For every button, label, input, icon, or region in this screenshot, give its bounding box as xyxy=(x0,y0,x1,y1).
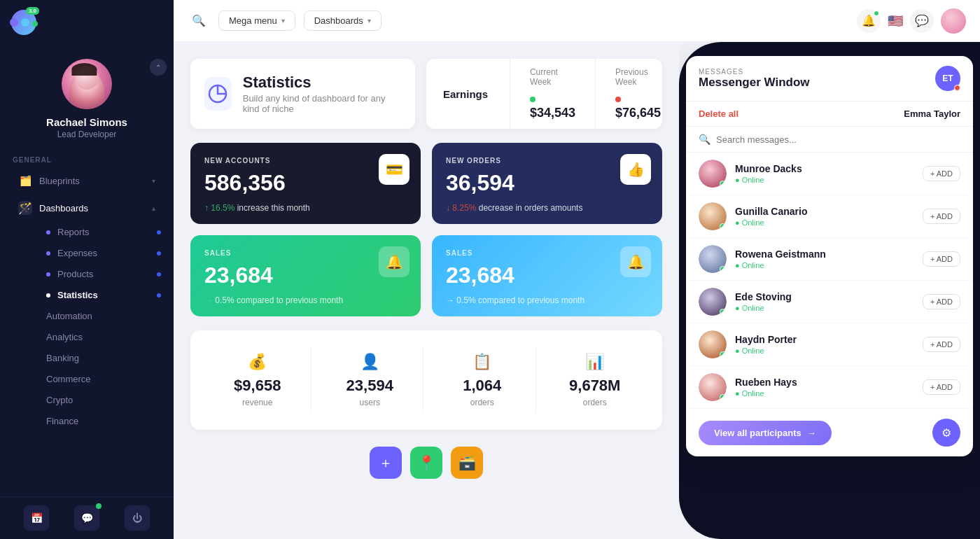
add-button[interactable]: ＋ xyxy=(370,447,402,479)
current-week-dot xyxy=(530,97,536,102)
contact-gunilla[interactable]: Gunilla Canario ● Online + ADD xyxy=(686,195,973,238)
sidebar-item-statistics[interactable]: Statistics xyxy=(39,285,168,305)
settings-button[interactable]: ⚙ xyxy=(932,419,960,447)
new-orders-trend: ↓ 8.25% xyxy=(446,203,476,213)
stat-users: 👤 23,594 users xyxy=(317,347,424,413)
current-week-value: $34,543 xyxy=(530,91,575,120)
sidebar-item-expenses[interactable]: Expenses xyxy=(39,243,168,263)
active-contact-name: Emma Taylor xyxy=(904,108,960,119)
stat-cards-grid: NEW ACCOUNTS 586,356 ↑ 16.5% increase th… xyxy=(190,143,662,316)
messenger-label: MESSAGES xyxy=(699,68,810,76)
dashboards-dropdown-arrow: ▾ xyxy=(368,17,371,24)
dashboards-dropdown[interactable]: Dashboards ▾ xyxy=(304,10,382,31)
messenger-search-input[interactable] xyxy=(716,134,960,145)
reports-label: Reports xyxy=(57,227,90,237)
messenger-window: MESSAGES Messenger Window ET Delete all … xyxy=(686,56,973,456)
contact-ede[interactable]: Ede Stoving ● Online + ADD xyxy=(686,281,973,323)
ede-info: Ede Stoving ● Online xyxy=(735,291,914,312)
rueben-online-dot xyxy=(720,394,726,400)
statistics-icon xyxy=(208,84,227,104)
view-all-arrow: → xyxy=(807,428,816,438)
messenger-actions: Delete all Emma Taylor xyxy=(686,102,973,127)
rowena-status: ● Online xyxy=(735,261,914,270)
chat-badge xyxy=(96,503,102,509)
orders-icon: 📋 xyxy=(472,353,491,371)
gunilla-add-button[interactable]: + ADD xyxy=(923,209,960,224)
contact-haydn[interactable]: Haydn Porter ● Online + ADD xyxy=(686,323,973,366)
statistics-label: Statistics xyxy=(57,290,98,300)
chat-button[interactable]: 💬 xyxy=(74,505,99,531)
messenger-title: Messenger Window xyxy=(699,76,810,90)
profile-section: ⌃ Rachael Simons Lead Developer xyxy=(0,45,174,150)
sidebar-item-automation[interactable]: Automation xyxy=(39,306,168,326)
location-button[interactable]: 📍 xyxy=(410,447,442,479)
ede-add-button[interactable]: + ADD xyxy=(923,294,960,309)
contact-munroe[interactable]: Munroe Dacks ● Online + ADD xyxy=(686,153,973,195)
main-content: 🔍 Mega menu ▾ Dashboards ▾ 🔔 🇺🇸 💬 xyxy=(174,0,980,539)
sales-green-trend-pct: 0.5% xyxy=(215,295,234,305)
stat-card-sales-blue: SALES 23,684 → 0.5% compared to previous… xyxy=(432,235,662,316)
sales-green-value: 23,684 xyxy=(204,262,407,288)
search-button[interactable]: 🔍 xyxy=(188,10,210,32)
delete-all-button[interactable]: Delete all xyxy=(699,108,738,119)
haydn-add-button[interactable]: + ADD xyxy=(923,337,960,352)
sidebar-item-finance[interactable]: Finance xyxy=(39,411,168,431)
dashboards-dropdown-label: Dashboards xyxy=(314,15,363,26)
expenses-bullet xyxy=(46,251,50,255)
new-orders-icon: 👍 xyxy=(620,154,651,185)
power-button[interactable]: ⏻ xyxy=(125,505,150,531)
munroe-add-button[interactable]: + ADD xyxy=(923,166,960,181)
new-accounts-footer: ↑ 16.5% increase this month xyxy=(204,203,407,213)
new-accounts-label: NEW ACCOUNTS xyxy=(204,157,407,164)
rowena-add-button[interactable]: + ADD xyxy=(923,251,960,267)
user-avatar[interactable] xyxy=(941,8,966,34)
rueben-add-button[interactable]: + ADD xyxy=(923,379,960,395)
rueben-name: Rueben Hays xyxy=(735,377,914,388)
contact-rowena[interactable]: Rowena Geistmann ● Online + ADD xyxy=(686,238,973,281)
topbar-icons: 🔔 🇺🇸 💬 xyxy=(857,8,966,34)
sales-blue-icon: 🔔 xyxy=(620,246,651,277)
view-all-participants-button[interactable]: View all participants → xyxy=(699,421,832,445)
analytics-label: Analytics xyxy=(46,332,83,342)
content-area: Statistics Build any kind of dashboard f… xyxy=(174,42,980,539)
language-selector[interactable]: 🇺🇸 xyxy=(888,13,903,29)
sidebar-item-products[interactable]: Products xyxy=(39,264,168,284)
page-header: Statistics Build any kind of dashboard f… xyxy=(190,59,415,129)
new-accounts-value: 586,356 xyxy=(204,170,407,196)
messenger-header-left: MESSAGES Messenger Window xyxy=(699,68,810,90)
rowena-info: Rowena Geistmann ● Online xyxy=(735,248,914,270)
sidebar-logo: 3.0 xyxy=(0,0,174,45)
revenue-label: revenue xyxy=(242,398,272,407)
mega-menu-label: Mega menu xyxy=(229,15,277,26)
sidebar-item-commerce[interactable]: Commerce xyxy=(39,369,168,389)
revenue-icon: 💰 xyxy=(248,353,267,371)
notifications-button[interactable]: 🔔 xyxy=(857,9,881,33)
sidebar-item-blueprints[interactable]: 🗂️ Blueprints ▾ xyxy=(6,167,168,194)
profile-avatar xyxy=(62,59,112,109)
users-label: users xyxy=(360,398,380,407)
sidebar-item-banking[interactable]: Banking xyxy=(39,348,168,368)
sidebar-item-crypto[interactable]: Crypto xyxy=(39,390,168,410)
page-header-text: Statistics Build any kind of dashboard f… xyxy=(243,74,401,114)
profile-name: Rachael Simons xyxy=(46,116,127,128)
rowena-avatar xyxy=(699,245,727,273)
calendar-button[interactable]: 📅 xyxy=(24,505,49,531)
sales-blue-trend: → xyxy=(446,295,454,305)
sales-blue-label: SALES xyxy=(446,249,648,257)
ede-name: Ede Stoving xyxy=(735,291,914,302)
sidebar-collapse-btn[interactable]: ⌃ xyxy=(150,59,167,76)
contact-rueben[interactable]: Rueben Hays ● Online + ADD xyxy=(686,366,973,409)
mega-menu-arrow: ▾ xyxy=(281,17,285,24)
haydn-info: Haydn Porter ● Online xyxy=(735,334,914,355)
dashboards-icon: 🪄 xyxy=(18,201,32,215)
sidebar-item-dashboards[interactable]: 🪄 Dashboards ▴ xyxy=(6,195,168,221)
table-button[interactable]: 🗃️ xyxy=(451,447,483,479)
sidebar-item-analytics[interactable]: Analytics xyxy=(39,327,168,347)
sidebar-item-reports[interactable]: Reports xyxy=(39,222,168,242)
stat-card-new-accounts: NEW ACCOUNTS 586,356 ↑ 16.5% increase th… xyxy=(190,143,421,224)
sales-blue-trend-text: compared to previous month xyxy=(478,295,584,305)
app-logo-icon: 3.0 xyxy=(11,10,36,35)
mega-menu-dropdown[interactable]: Mega menu ▾ xyxy=(218,10,295,31)
messenger-user-avatar[interactable]: ET xyxy=(935,66,960,91)
messages-button[interactable]: 💬 xyxy=(910,9,934,33)
